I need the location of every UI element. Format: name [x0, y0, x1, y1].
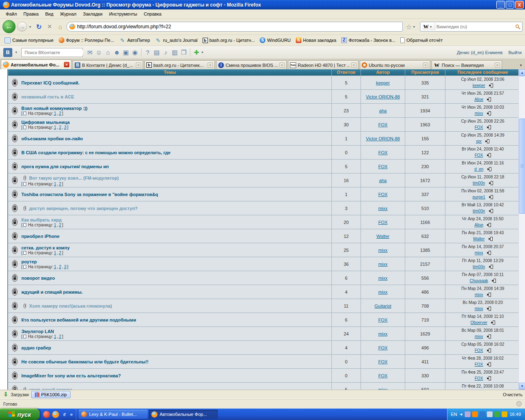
- tray-volume-icon[interactable]: [487, 411, 493, 417]
- video-icon[interactable]: ◉: [130, 48, 139, 57]
- minimize-button[interactable]: _: [496, 1, 505, 9]
- bookmark-item[interactable]: ✎ru_auto's Journal: [153, 36, 200, 44]
- column-header[interactable]: Темы: [8, 69, 331, 75]
- reload-button[interactable]: ↻: [34, 22, 43, 31]
- tab-close-icon[interactable]: ×: [351, 62, 356, 68]
- last-post-user-link[interactable]: tim00n: [472, 180, 485, 186]
- mail-icon[interactable]: ✉: [85, 48, 94, 57]
- page-number-link[interactable]: 1: [54, 334, 56, 339]
- author-link[interactable]: aha: [379, 108, 386, 113]
- tray-device-icon[interactable]: [465, 411, 470, 417]
- search-magnifier-icon[interactable]: [515, 24, 520, 30]
- last-post-user-link[interactable]: Observer: [470, 320, 487, 325]
- stop-button[interactable]: ×: [45, 22, 54, 31]
- last-post-user-link[interactable]: spr: [476, 139, 482, 144]
- close-button[interactable]: X: [515, 1, 524, 9]
- author-link[interactable]: mixx: [378, 387, 388, 390]
- last-post-user-link[interactable]: mixx: [475, 292, 483, 297]
- help-icon[interactable]: ?: [143, 48, 152, 57]
- author-link[interactable]: FOX: [378, 150, 388, 155]
- home-button[interactable]: ⌂: [56, 22, 65, 31]
- browser-tab[interactable]: Автомобильные Фо...×: [1, 59, 71, 69]
- topic-link[interactable]: доступ запрещен, потому что запрещен дос…: [29, 206, 138, 211]
- author-link[interactable]: FOX: [378, 345, 388, 350]
- back-button[interactable]: ←: [2, 20, 16, 33]
- last-post-user-link[interactable]: Walter: [473, 236, 485, 242]
- groups-icon[interactable]: ▤: [152, 48, 161, 57]
- history-dropdown-icon[interactable]: ▼: [29, 25, 33, 28]
- author-link[interactable]: mixx: [378, 276, 388, 281]
- browser-tab[interactable]: WПоиск — Википедия×: [431, 60, 502, 69]
- bookmark-item[interactable]: Обратный отсчёт: [398, 37, 445, 44]
- forward-button[interactable]: →: [17, 22, 27, 32]
- author-link[interactable]: mixx: [378, 331, 388, 336]
- last-post-user-link[interactable]: mixx: [475, 334, 483, 339]
- download-item[interactable]: P5K1006.zip: [31, 391, 70, 398]
- last-post-user-link[interactable]: Alise: [475, 97, 484, 102]
- author-link[interactable]: Victor ORION-88: [366, 136, 400, 141]
- vk-user-link[interactable]: Денис (d_en) Еникеев: [457, 50, 503, 55]
- last-post-user-link[interactable]: FOX: [475, 153, 483, 158]
- menu-item[interactable]: Журнал: [57, 10, 80, 18]
- page-number-link[interactable]: 1: [54, 111, 56, 116]
- tab-close-icon[interactable]: ×: [64, 62, 69, 67]
- author-link[interactable]: FOX: [378, 122, 388, 127]
- bookmark-star[interactable]: ☆▼: [404, 23, 418, 31]
- vk-more-dropdown-icon[interactable]: ▼: [201, 51, 205, 54]
- last-post-user-link[interactable]: FOX: [475, 376, 483, 381]
- browser-tab[interactable]: bbash.org.ru - Цитатник...×: [144, 60, 215, 69]
- vk-logout-link[interactable]: Выйти: [508, 50, 522, 55]
- author-link[interactable]: aha: [379, 178, 386, 183]
- topic-link[interactable]: поворот видео: [21, 276, 55, 281]
- photos-icon[interactable]: ▣: [121, 48, 130, 57]
- quick-launch-overflow-icon[interactable]: »: [70, 412, 73, 417]
- topic-link[interactable]: сетка. доступ к компу: [21, 245, 70, 250]
- topic-link[interactable]: Вот такую штуку взял... (FM-модулятор): [29, 176, 119, 180]
- taskbar-task-button[interactable]: Автомобильные Фор...: [149, 410, 218, 419]
- topic-link[interactable]: незванный гость в ACE: [21, 94, 74, 99]
- scroll-up-icon[interactable]: ▲: [519, 69, 525, 76]
- page-number-link[interactable]: 2: [59, 125, 62, 130]
- music-icon[interactable]: ♪: [161, 48, 170, 57]
- topic-link[interactable]: объезжаем пробки он-лайн: [21, 136, 83, 141]
- last-post-user-link[interactable]: tim00n: [472, 208, 485, 214]
- home-icon[interactable]: ⌂: [103, 48, 112, 57]
- menu-item[interactable]: Инструменты: [106, 10, 141, 18]
- last-post-user-link[interactable]: d_en: [474, 167, 483, 172]
- bookmark-item[interactable]: ZФотожаба - Звонок в...: [339, 37, 397, 44]
- author-link[interactable]: FOX: [378, 220, 388, 225]
- page-number-link[interactable]: 1: [54, 223, 56, 227]
- add-icon[interactable]: ✚: [192, 48, 201, 57]
- page-number-link[interactable]: 2: [59, 334, 62, 339]
- vk-search-box[interactable]: [21, 48, 83, 57]
- topic-link[interactable]: прога нужна для скрытия/ подмены ип: [21, 164, 109, 169]
- topic-link[interactable]: ImageMixer for sony или есть альтернатив…: [21, 373, 121, 378]
- tab-close-icon[interactable]: ×: [208, 62, 213, 68]
- topic-link[interactable]: Кто пользуется вебманей или другими подо…: [21, 317, 136, 322]
- browser-tab[interactable]: Ubuntu по-русски×: [360, 60, 430, 69]
- tab-close-icon[interactable]: ×: [136, 62, 141, 68]
- topic-link[interactable]: Взял новый коммуникатор :)): [21, 106, 87, 111]
- page-number-link[interactable]: 3: [64, 265, 66, 269]
- bookmark-item[interactable]: bbash.org.ru - Цитатн...: [201, 37, 257, 44]
- topic-link[interactable]: Не совсем обычные банкоматы или будьте б…: [21, 359, 148, 364]
- author-link[interactable]: keeper: [376, 80, 390, 85]
- page-number-link[interactable]: 1: [54, 251, 56, 255]
- column-header[interactable]: Последнее сообщение: [445, 69, 518, 75]
- author-link[interactable]: Guitarist: [374, 304, 391, 308]
- adblock-icon[interactable]: [516, 401, 522, 406]
- last-post-user-link[interactable]: FOX: [475, 390, 483, 390]
- url-input[interactable]: [77, 24, 400, 30]
- last-post-user-link[interactable]: mixx: [475, 250, 483, 256]
- topic-link[interactable]: Toshiba отомстила Sony за поражение в "в…: [21, 192, 158, 197]
- last-post-user-link[interactable]: FOX: [475, 125, 483, 130]
- language-indicator[interactable]: EN: [451, 412, 457, 417]
- topic-link[interactable]: Хэлп ламеру плиз!(аська глюконула): [29, 304, 112, 308]
- page-number-link[interactable]: 2: [59, 251, 62, 255]
- tab-close-icon[interactable]: ×: [423, 62, 428, 68]
- vk-search-input[interactable]: [25, 50, 83, 55]
- topic-link[interactable]: ждущий и спящий режимы.: [21, 290, 83, 294]
- scrollbar-thumb[interactable]: [519, 119, 525, 214]
- bookmark-item[interactable]: Самые популярные: [2, 37, 56, 44]
- start-button[interactable]: пуск: [0, 409, 40, 420]
